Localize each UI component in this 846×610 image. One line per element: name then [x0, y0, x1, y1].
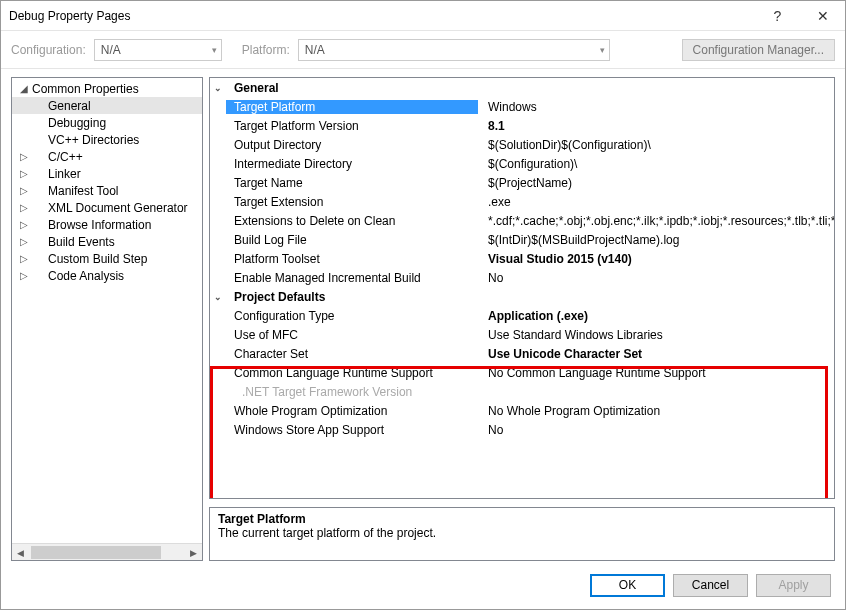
grid-row-value[interactable]: Use Unicode Character Set: [478, 347, 834, 361]
right-pane: ⌄GeneralTarget PlatformWindowsTarget Pla…: [209, 77, 835, 561]
grid-row-value[interactable]: $(IntDir)$(MSBuildProjectName).log: [478, 233, 834, 247]
grid-row-name: Intermediate Directory: [226, 157, 478, 171]
configuration-combo[interactable]: N/A ▾: [94, 39, 222, 61]
tree-item-label: C/C++: [48, 150, 83, 164]
grid-category[interactable]: ⌄Project Defaults: [210, 287, 834, 306]
grid-row-name: Output Directory: [226, 138, 478, 152]
grid-category-label: Project Defaults: [226, 290, 478, 304]
grid-row[interactable]: Use of MFCUse Standard Windows Libraries: [210, 325, 834, 344]
tree-pane: ◢ Common Properties GeneralDebuggingVC++…: [11, 77, 203, 561]
expand-icon[interactable]: ▷: [18, 185, 30, 196]
grid-row[interactable]: Target Name$(ProjectName): [210, 173, 834, 192]
tree-root-label: Common Properties: [32, 82, 139, 96]
help-button[interactable]: ?: [755, 1, 800, 31]
tree-item-label: Custom Build Step: [48, 252, 147, 266]
grid-row-value[interactable]: No: [478, 271, 834, 285]
grid-row-value[interactable]: Windows: [478, 100, 834, 114]
grid-row-value[interactable]: Use Standard Windows Libraries: [478, 328, 834, 342]
grid-row[interactable]: Whole Program OptimizationNo Whole Progr…: [210, 401, 834, 420]
grid-row-name: Target Platform Version: [226, 119, 478, 133]
grid-row-value[interactable]: $(ProjectName): [478, 176, 834, 190]
grid-row[interactable]: Platform ToolsetVisual Studio 2015 (v140…: [210, 249, 834, 268]
grid-row[interactable]: Extensions to Delete on Clean*.cdf;*.cac…: [210, 211, 834, 230]
configuration-manager-button[interactable]: Configuration Manager...: [682, 39, 835, 61]
scroll-right-icon[interactable]: ▶: [185, 544, 202, 561]
configuration-label: Configuration:: [11, 43, 86, 57]
ok-button[interactable]: OK: [590, 574, 665, 597]
tree-root[interactable]: ◢ Common Properties: [12, 80, 202, 97]
tree-item[interactable]: ▷Custom Build Step: [12, 250, 202, 267]
grid-category-label: General: [226, 81, 478, 95]
grid-row-value[interactable]: Application (.exe): [478, 309, 834, 323]
scroll-left-icon[interactable]: ◀: [12, 544, 29, 561]
apply-button[interactable]: Apply: [756, 574, 831, 597]
grid-category[interactable]: ⌄General: [210, 78, 834, 97]
grid-row-name: Extensions to Delete on Clean: [226, 214, 478, 228]
property-grid-body[interactable]: ⌄GeneralTarget PlatformWindowsTarget Pla…: [210, 78, 834, 498]
close-button[interactable]: ✕: [800, 1, 845, 31]
grid-row[interactable]: Intermediate Directory$(Configuration)\: [210, 154, 834, 173]
tree-item[interactable]: ▷Browse Information: [12, 216, 202, 233]
expand-icon[interactable]: ▷: [18, 236, 30, 247]
expand-icon[interactable]: ▷: [18, 202, 30, 213]
tree-item[interactable]: Debugging: [12, 114, 202, 131]
tree-item[interactable]: ▷Manifest Tool: [12, 182, 202, 199]
grid-row-value[interactable]: No: [478, 423, 834, 437]
collapse-icon[interactable]: ⌄: [210, 292, 226, 302]
config-row: Configuration: N/A ▾ Platform: N/A ▾ Con…: [1, 31, 845, 69]
expand-icon[interactable]: ▷: [18, 253, 30, 264]
grid-row[interactable]: Common Language Runtime SupportNo Common…: [210, 363, 834, 382]
grid-row-value[interactable]: 8.1: [478, 119, 834, 133]
tree-item[interactable]: General: [12, 97, 202, 114]
grid-row-name: Common Language Runtime Support: [226, 366, 478, 380]
platform-combo[interactable]: N/A ▾: [298, 39, 610, 61]
property-grid: ⌄GeneralTarget PlatformWindowsTarget Pla…: [209, 77, 835, 499]
tree-item[interactable]: ▷C/C++: [12, 148, 202, 165]
tree-item[interactable]: ▷XML Document Generator: [12, 199, 202, 216]
tree-item-label: Debugging: [48, 116, 106, 130]
platform-value: N/A: [305, 43, 325, 57]
grid-row[interactable]: .NET Target Framework Version: [210, 382, 834, 401]
tree[interactable]: ◢ Common Properties GeneralDebuggingVC++…: [12, 78, 202, 543]
expand-icon[interactable]: ▷: [18, 219, 30, 230]
grid-row-name: Target Extension: [226, 195, 478, 209]
expand-icon[interactable]: ▷: [18, 151, 30, 162]
dialog-buttons: OK Cancel Apply: [1, 561, 845, 609]
grid-row[interactable]: Character SetUse Unicode Character Set: [210, 344, 834, 363]
tree-item[interactable]: VC++ Directories: [12, 131, 202, 148]
expand-icon[interactable]: ▷: [18, 270, 30, 281]
grid-row-value[interactable]: No Whole Program Optimization: [478, 404, 834, 418]
tree-item[interactable]: ▷Code Analysis: [12, 267, 202, 284]
grid-row-value[interactable]: No Common Language Runtime Support: [478, 366, 834, 380]
grid-row-value[interactable]: Visual Studio 2015 (v140): [478, 252, 834, 266]
tree-item-label: VC++ Directories: [48, 133, 139, 147]
horizontal-scrollbar[interactable]: ◀ ▶: [12, 543, 202, 560]
tree-item-label: Code Analysis: [48, 269, 124, 283]
titlebar: Debug Property Pages ? ✕: [1, 1, 845, 31]
grid-row[interactable]: Target Extension.exe: [210, 192, 834, 211]
collapse-icon[interactable]: ⌄: [210, 83, 226, 93]
grid-row[interactable]: Target PlatformWindows: [210, 97, 834, 116]
body: ◢ Common Properties GeneralDebuggingVC++…: [1, 69, 845, 561]
expand-icon[interactable]: ▷: [18, 168, 30, 179]
property-pages-window: Debug Property Pages ? ✕ Configuration: …: [0, 0, 846, 610]
grid-row-name: Character Set: [226, 347, 478, 361]
tree-item-label: Manifest Tool: [48, 184, 118, 198]
tree-item[interactable]: ▷Linker: [12, 165, 202, 182]
grid-row[interactable]: Enable Managed Incremental BuildNo: [210, 268, 834, 287]
grid-row[interactable]: Build Log File$(IntDir)$(MSBuildProjectN…: [210, 230, 834, 249]
grid-row-value[interactable]: $(SolutionDir)$(Configuration)\: [478, 138, 834, 152]
grid-row[interactable]: Configuration TypeApplication (.exe): [210, 306, 834, 325]
cancel-button[interactable]: Cancel: [673, 574, 748, 597]
grid-row[interactable]: Target Platform Version8.1: [210, 116, 834, 135]
grid-row[interactable]: Windows Store App SupportNo: [210, 420, 834, 439]
grid-row-value[interactable]: $(Configuration)\: [478, 157, 834, 171]
tree-item-label: Linker: [48, 167, 81, 181]
grid-row-value[interactable]: .exe: [478, 195, 834, 209]
scroll-thumb[interactable]: [31, 546, 161, 559]
tree-item[interactable]: ▷Build Events: [12, 233, 202, 250]
collapse-icon[interactable]: ◢: [18, 83, 30, 94]
grid-row-value[interactable]: *.cdf;*.cache;*.obj;*.obj.enc;*.ilk;*.ip…: [478, 214, 834, 228]
platform-label: Platform:: [242, 43, 290, 57]
grid-row[interactable]: Output Directory$(SolutionDir)$(Configur…: [210, 135, 834, 154]
